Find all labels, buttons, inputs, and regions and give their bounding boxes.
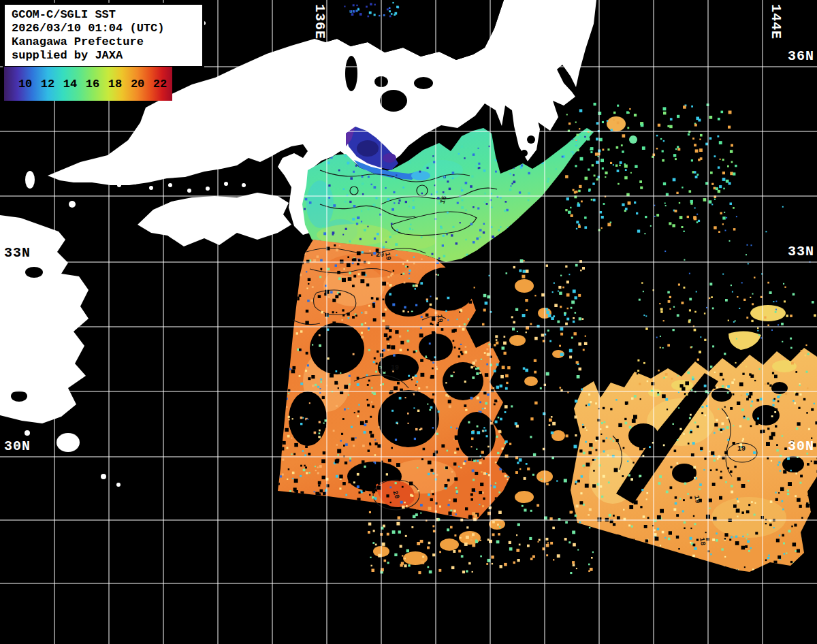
grid-label-30n-right: 30N — [776, 440, 814, 453]
grid-label-30n-left: 30N — [4, 440, 31, 453]
nodata-blob-1 — [380, 90, 407, 112]
grid-label-33n-left: 33N — [4, 246, 31, 260]
colorbar-tick-20: 20 — [131, 78, 144, 91]
title-box: GCOM-C/SGLI SST 2026/03/10 01:04 (UTC) K… — [3, 3, 204, 68]
contour-label-19: 19 — [436, 314, 444, 323]
colorbar-gradient: 10121416182022 — [4, 67, 172, 101]
colorbar-tick-10: 10 — [18, 78, 32, 91]
colorbar-tick-12: 12 — [41, 78, 54, 91]
island-seto-4 — [168, 183, 172, 187]
kyushu-bay-2 — [11, 391, 27, 402]
sst-colorbar: 10121416182022 — [4, 67, 172, 101]
island-tsushima — [25, 171, 35, 189]
contour-label-19: 19 — [692, 495, 701, 504]
contour-label-20: 20 — [376, 251, 384, 259]
colorbar-tick-14: 14 — [63, 78, 77, 91]
grid-label-36n-right: 36N — [776, 50, 814, 63]
colorbar-tick-22: 22 — [153, 78, 167, 91]
grid-label-136e: 136E — [313, 4, 326, 39]
credit: supplied by JAXA — [12, 49, 195, 63]
contour-label-19: 19 — [737, 445, 746, 453]
east-pale-2 — [711, 497, 786, 538]
sst-map-stage: 201919192016191918 GCOM-C/SGLI SST 2026/… — [0, 0, 817, 644]
colorbar-tick-18: 18 — [108, 78, 122, 91]
island-tanegashima — [101, 474, 106, 479]
kyushu-bay-1 — [25, 267, 43, 278]
nodata-izu-2 — [521, 150, 528, 157]
contour-label-19: 19 — [383, 252, 392, 261]
island-iki — [69, 201, 76, 208]
island-seto-6 — [206, 187, 210, 191]
contour-label-18: 18 — [698, 537, 707, 547]
grid-label-144e: 144E — [769, 4, 782, 39]
contour-label-19: 19 — [391, 364, 399, 372]
nodata-blob-2 — [414, 77, 433, 89]
product-name: GCOM-C/SGLI SST — [12, 8, 195, 22]
island-seto-3 — [149, 186, 153, 190]
grid-label-33n-right: 33N — [776, 245, 814, 259]
ise-bay-core — [357, 140, 379, 157]
island-yakushima — [116, 483, 121, 487]
island-small-1 — [25, 430, 30, 436]
island-seto-7 — [224, 182, 228, 186]
colorbar-tick-16: 16 — [86, 78, 99, 91]
lake-biwa — [345, 56, 357, 91]
region-name: Kanagawa Prefecture — [12, 35, 195, 49]
nodata-izu-1 — [527, 135, 535, 144]
ise-bay-purple-2 — [383, 153, 396, 163]
swath-dark-1 — [327, 253, 408, 278]
island-seto-2 — [133, 180, 137, 184]
island-seto-8 — [242, 183, 246, 187]
observation-datetime: 2026/03/10 01:04 (UTC) — [12, 22, 195, 35]
island-seto-1 — [117, 183, 121, 187]
island-seto-5 — [187, 189, 191, 193]
island-koshiki — [57, 433, 80, 452]
